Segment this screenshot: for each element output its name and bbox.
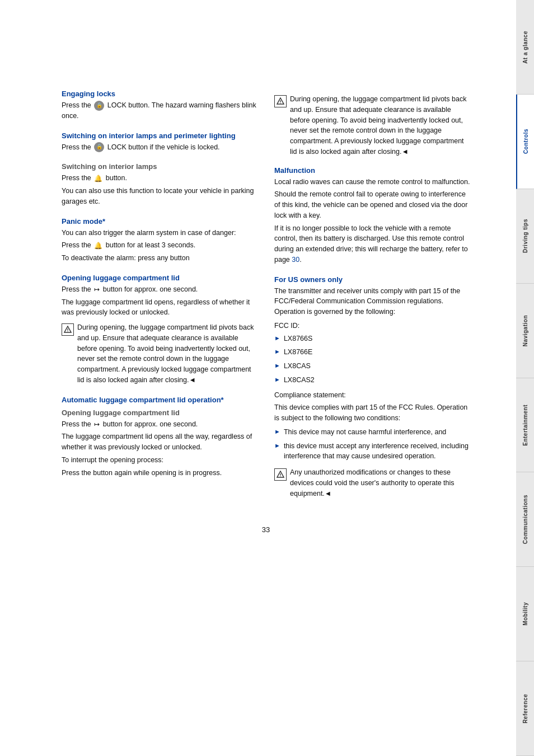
note-box-opening-luggage-1: During opening, the luggage compartment … [62,322,257,386]
remote-icon-2: 🔔 [94,241,102,251]
tab-reference-label: Reference [522,694,528,724]
fcc-item-4: ► LX8CAS2 [274,375,470,386]
sidebar-tabs: At a glance Controls Driving tips Naviga… [516,0,534,756]
note-icon-triangle-right [274,95,287,107]
text-switching-lamps-perimeter: Press the 🔒 LOCK button if the vehicle i… [62,142,257,153]
bullet-arrow-2: ► [274,348,280,355]
tab-driving-tips-label: Driving tips [522,219,528,253]
svg-point-8 [280,476,280,477]
heading-switching-interior-lamps: Switching on interior lamps [62,162,257,171]
trunk-button-icon-2: ↦ [94,419,100,429]
tab-navigation[interactable]: Navigation [516,284,534,378]
fcc-id-label: FCC ID: [274,321,470,331]
link-page-30[interactable]: 30 [292,256,299,264]
text-auto-luggage-4: Press the button again while opening is … [62,468,257,478]
tab-communications-label: Communications [522,495,528,544]
text-us-owners-intro: The transmitter and receiver units compl… [274,286,470,317]
bullet-arrow-1: ► [274,335,280,341]
tab-entertainment[interactable]: Entertainment [516,378,534,473]
section-panic-mode: Panic mode* You can also trigger the ala… [62,217,257,264]
fcc-item-3-text: LX8CAS [284,361,311,372]
main-content: Engaging locks Press the 🔒 LOCK button. … [0,0,487,756]
note-text-opening-luggage-1: During opening, the luggage compartment … [77,322,257,386]
fcc-item-1: ► LX8766S [274,334,470,344]
page-container: Engaging locks Press the 🔒 LOCK button. … [0,0,534,756]
bullet-arrow-5: ► [274,428,280,435]
note-text-right-top: During opening, the luggage compartment … [290,94,470,157]
tab-entertainment-label: Entertainment [522,405,528,446]
fcc-item-2: ► LX8766E [274,347,470,358]
two-column-layout: Engaging locks Press the 🔒 LOCK button. … [62,90,470,509]
text-switching-lamps-2: You can also use this function to locate… [62,186,257,207]
heading-opening-luggage-1: Opening luggage compartment lid [62,274,257,282]
tab-controls-label: Controls [523,129,529,154]
bullet-arrow-4: ► [274,376,280,383]
note-icon-triangle-compliance [274,468,287,481]
note-box-compliance: Any unauthorized modifications or change… [274,467,470,499]
bullet-arrow-3: ► [274,362,280,369]
text-engaging-locks: Press the 🔒 LOCK button. The hazard warn… [62,100,257,121]
bullet-arrow-6: ► [274,442,280,449]
section-switching-interior-lamps-perimeter: Switching on interior lamps and perimete… [62,132,257,153]
remote-icon: 🔔 [94,173,102,184]
heading-malfunction: Malfunction [274,166,470,175]
tab-controls[interactable]: Controls [516,95,534,189]
tab-communications[interactable]: Communications [516,472,534,567]
text-auto-luggage-2: The luggage compartment lid opens all th… [62,431,257,453]
text-panic-mode-3: To deactivate the alarm: press any butto… [62,253,257,264]
fcc-item-1-text: LX8766S [284,334,312,344]
left-column: Engaging locks Press the 🔒 LOCK button. … [62,90,257,509]
heading-switching-lamps-perimeter: Switching on interior lamps and perimete… [62,132,257,140]
text-panic-mode-1: You can also trigger the alarm system in… [62,228,257,238]
tab-driving-tips[interactable]: Driving tips [516,189,534,284]
compliance-item-2-text: this device must accept any interference… [284,441,470,462]
heading-automatic-luggage: Automatic luggage compartment lid operat… [62,396,257,404]
text-auto-luggage-1: Press the ↦ button for approx. one secon… [62,419,257,430]
section-opening-luggage-1: Opening luggage compartment lid Press th… [62,274,257,386]
compliance-label: Compliance statement: [274,390,470,401]
text-opening-luggage-1-b: The luggage compartment lid opens, regar… [62,297,257,318]
page-number: 33 [62,525,470,534]
text-malfunction-1: Local radio waves can cause the remote c… [274,177,470,187]
tab-reference[interactable]: Reference [516,661,534,756]
text-opening-luggage-1-a: Press the ↦ button for approx. one secon… [62,284,257,295]
tab-mobility[interactable]: Mobility [516,567,534,661]
svg-point-5 [280,103,280,104]
trunk-button-icon: ↦ [94,284,100,294]
compliance-item-1: ► This device may not cause harmful inte… [274,427,470,438]
text-panic-mode-2: Press the 🔔 button for at least 3 second… [62,240,257,251]
tab-navigation-label: Navigation [522,315,528,346]
heading-panic-mode: Panic mode* [62,217,257,226]
svg-point-2 [67,331,68,332]
section-automatic-luggage: Automatic luggage compartment lid operat… [62,396,257,478]
heading-engaging-locks: Engaging locks [62,90,257,98]
right-column: During opening, the luggage compartment … [274,90,470,509]
lock-icon: 🔒 [94,101,104,111]
note-icon-triangle [62,323,74,336]
section-engaging-locks: Engaging locks Press the 🔒 LOCK button. … [62,90,257,121]
fcc-item-2-text: LX8766E [284,347,312,358]
note-box-right-top: During opening, the luggage compartment … [274,94,470,157]
tab-at-a-glance-label: At a glance [522,31,528,64]
note-text-compliance: Any unauthorized modifications or change… [290,467,470,499]
text-malfunction-2: Should the remote control fail to operat… [274,189,470,220]
tab-mobility-label: Mobility [522,602,528,626]
compliance-text: This device complies with part 15 of the… [274,402,470,424]
section-switching-interior-lamps: Switching on interior lamps Press the 🔔 … [62,162,257,206]
text-auto-luggage-3: To interrupt the opening process: [62,455,257,466]
section-for-us-owners: For US owners only The transmitter and r… [274,275,470,499]
compliance-item-2: ► this device must accept any interferen… [274,441,470,462]
lock-icon-2: 🔒 [94,142,104,152]
compliance-item-1-text: This device may not cause harmful interf… [284,427,446,438]
subheading-opening-luggage-2: Opening luggage compartment lid [62,408,257,417]
section-malfunction: Malfunction Local radio waves can cause … [274,166,470,265]
fcc-item-4-text: LX8CAS2 [284,375,315,386]
text-malfunction-3: If it is no longer possible to lock the … [274,223,470,265]
fcc-item-3: ► LX8CAS [274,361,470,372]
tab-at-a-glance[interactable]: At a glance [516,0,534,95]
heading-for-us-owners: For US owners only [274,275,470,284]
text-switching-lamps-1: Press the 🔔 button. [62,173,257,184]
